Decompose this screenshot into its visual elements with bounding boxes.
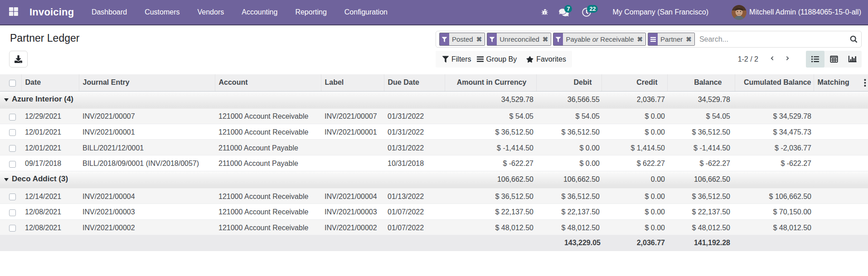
- search-input[interactable]: [695, 35, 850, 44]
- cell-matching[interactable]: [814, 108, 868, 124]
- cell-label[interactable]: [321, 155, 384, 171]
- cell-credit[interactable]: $ 622.27: [601, 155, 667, 171]
- cell-credit[interactable]: $ 0.00: [601, 219, 667, 235]
- facet-remove-icon[interactable]: ✖: [686, 35, 692, 44]
- cell-balance[interactable]: $ 54.05: [667, 108, 735, 124]
- row-checkbox[interactable]: [9, 194, 16, 200]
- cell-date[interactable]: 12/01/2021: [21, 140, 79, 155]
- cell-account[interactable]: 211000 Account Payable: [215, 155, 321, 171]
- cell-journal-entry[interactable]: INV/2021/00003: [79, 203, 215, 219]
- cell-amount-currency[interactable]: $ 54.05: [445, 108, 536, 124]
- nav-item-customers[interactable]: Customers: [136, 0, 189, 24]
- pager-previous-button[interactable]: [770, 56, 774, 63]
- table-row[interactable]: 12/01/2021BILL/2021/12/0001211000 Accoun…: [0, 140, 868, 155]
- search-facet[interactable]: Posted✖: [439, 33, 485, 46]
- cell-label[interactable]: INV/2021/00004: [321, 188, 384, 204]
- cell-amount-currency[interactable]: $ 36,512.50: [445, 124, 536, 140]
- cell-cumulated-balance[interactable]: $ 34,529.78: [735, 108, 814, 124]
- table-row[interactable]: 12/08/2021INV/2021/00002121000 Account R…: [0, 219, 868, 235]
- column-header-debit[interactable]: Debit: [536, 74, 601, 91]
- graph-view-button[interactable]: [843, 51, 862, 68]
- cell-amount-currency[interactable]: $ 22,137.50: [445, 203, 536, 219]
- cell-date[interactable]: 12/14/2021: [21, 188, 79, 204]
- cell-debit[interactable]: $ 54.05: [536, 108, 601, 124]
- cell-due-date[interactable]: 01/13/2022: [384, 188, 445, 204]
- cell-due-date[interactable]: 10/31/2018: [384, 155, 445, 171]
- row-checkbox[interactable]: [9, 209, 16, 216]
- column-header-credit[interactable]: Credit: [601, 74, 667, 91]
- cell-account[interactable]: 121000 Account Receivable: [215, 203, 321, 219]
- cell-journal-entry[interactable]: INV/2021/00002: [79, 219, 215, 235]
- cell-account[interactable]: 121000 Account Receivable: [215, 124, 321, 140]
- cell-cumulated-balance[interactable]: $ 34,475.73: [735, 124, 814, 140]
- optional-columns-icon[interactable]: [864, 79, 866, 89]
- cell-journal-entry[interactable]: BILL/2021/12/0001: [79, 140, 215, 155]
- column-header-account[interactable]: Account: [215, 74, 321, 91]
- cell-date[interactable]: 12/08/2021: [21, 203, 79, 219]
- cell-debit[interactable]: $ 36,512.50: [536, 188, 601, 204]
- table-row[interactable]: 12/29/2021INV/2021/00007121000 Account R…: [0, 108, 868, 124]
- cell-journal-entry[interactable]: INV/2021/00007: [79, 108, 215, 124]
- search-facet[interactable]: Payable or Receivable✖: [553, 33, 646, 46]
- cell-label[interactable]: INV/2021/00002: [321, 219, 384, 235]
- cell-journal-entry[interactable]: INV/2021/00004: [79, 188, 215, 204]
- nav-item-accounting[interactable]: Accounting: [233, 0, 286, 24]
- cell-label[interactable]: INV/2021/00007: [321, 108, 384, 124]
- table-row[interactable]: 12/08/2021INV/2021/00003121000 Account R…: [0, 203, 868, 219]
- cell-balance[interactable]: $ 48,012.50: [667, 219, 735, 235]
- list-view-button[interactable]: [806, 51, 824, 68]
- row-checkbox[interactable]: [9, 161, 16, 168]
- row-checkbox[interactable]: [9, 145, 16, 152]
- column-header-label[interactable]: Label: [321, 74, 384, 91]
- facet-remove-icon[interactable]: ✖: [543, 35, 548, 44]
- filters-button[interactable]: Filters: [442, 55, 471, 63]
- user-menu[interactable]: Mitchell Admin (11884065-15-0-all): [721, 5, 868, 20]
- pivot-view-button[interactable]: [824, 51, 843, 68]
- facet-remove-icon[interactable]: ✖: [476, 35, 482, 44]
- cell-matching[interactable]: [814, 188, 868, 204]
- column-header-amount-in-currency[interactable]: Amount in Currency: [445, 74, 536, 91]
- cell-journal-entry[interactable]: INV/2021/00001: [79, 124, 215, 140]
- select-all-header[interactable]: [0, 74, 21, 91]
- cell-due-date[interactable]: 01/31/2022: [384, 124, 445, 140]
- cell-debit[interactable]: $ 0.00: [536, 140, 601, 155]
- cell-credit[interactable]: $ 1,414.50: [601, 140, 667, 155]
- messages-button[interactable]: 7: [555, 0, 573, 24]
- group-by-button[interactable]: Group By: [477, 55, 517, 63]
- group-row[interactable]: Azure Interior (4)34,529.7836,566.552,03…: [0, 91, 868, 108]
- export-button[interactable]: [9, 51, 28, 68]
- cell-date[interactable]: 12/01/2021: [21, 124, 79, 140]
- nav-item-reporting[interactable]: Reporting: [286, 0, 335, 24]
- cell-label[interactable]: INV/2021/00001: [321, 124, 384, 140]
- cell-account[interactable]: 121000 Account Receivable: [215, 188, 321, 204]
- table-row[interactable]: 12/14/2021INV/2021/00004121000 Account R…: [0, 188, 868, 204]
- cell-credit[interactable]: $ 0.00: [601, 124, 667, 140]
- cell-debit[interactable]: $ 36,512.50: [536, 124, 601, 140]
- select-all-checkbox[interactable]: [9, 80, 16, 87]
- cell-label[interactable]: [321, 140, 384, 155]
- nav-item-vendors[interactable]: Vendors: [189, 0, 233, 24]
- cell-balance[interactable]: $ 36,512.50: [667, 124, 735, 140]
- cell-cumulated-balance[interactable]: $ 48,012.50: [735, 219, 814, 235]
- row-checkbox[interactable]: [9, 225, 16, 232]
- search-facet[interactable]: Unreconciled✖: [487, 33, 551, 46]
- row-checkbox[interactable]: [9, 114, 16, 121]
- cell-matching[interactable]: [814, 124, 868, 140]
- group-row[interactable]: Deco Addict (3)106,662.50106,662.500.001…: [0, 171, 868, 188]
- cell-matching[interactable]: [814, 140, 868, 155]
- cell-debit[interactable]: $ 48,012.50: [536, 219, 601, 235]
- cell-amount-currency[interactable]: $ -1,414.50: [445, 140, 536, 155]
- row-checkbox[interactable]: [9, 129, 16, 136]
- column-header-journal-entry[interactable]: Journal Entry: [79, 74, 215, 91]
- cell-due-date[interactable]: 01/07/2022: [384, 203, 445, 219]
- column-header-balance[interactable]: Balance: [667, 74, 735, 91]
- cell-amount-currency[interactable]: $ 48,012.50: [445, 219, 536, 235]
- debug-button[interactable]: [537, 0, 553, 24]
- cell-journal-entry[interactable]: BILL/2018/09/0001 (INV/2018/0057): [79, 155, 215, 171]
- cell-balance[interactable]: $ 36,512.50: [667, 188, 735, 204]
- cell-label[interactable]: INV/2021/00003: [321, 203, 384, 219]
- search-icon[interactable]: [850, 35, 858, 45]
- app-name[interactable]: Invoicing: [29, 6, 74, 18]
- cell-debit[interactable]: $ 22,137.50: [536, 203, 601, 219]
- cell-account[interactable]: 121000 Account Receivable: [215, 108, 321, 124]
